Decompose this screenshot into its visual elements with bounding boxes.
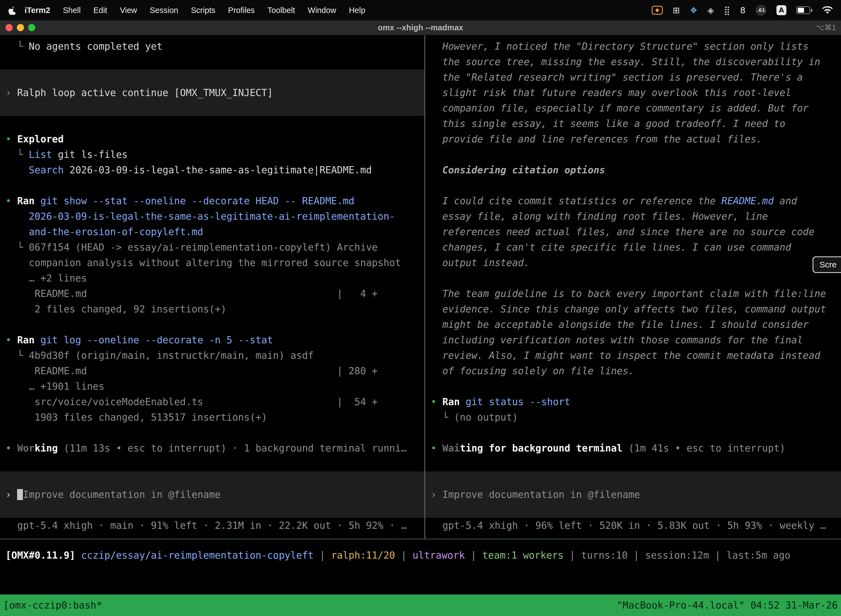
menu-item-iterm2[interactable]: iTerm2 xyxy=(18,6,57,15)
text-segment: › xyxy=(6,489,17,500)
terminal-line: evidence. Since this change only affects… xyxy=(431,301,841,317)
input-source-icon[interactable]: A xyxy=(777,5,786,15)
text-segment: • xyxy=(6,334,17,346)
apple-menu-icon[interactable] xyxy=(8,6,16,15)
text-segment: the "Related research writing" section i… xyxy=(431,72,803,83)
text-segment: git ls-files xyxy=(52,149,128,160)
menu-item-shell[interactable]: Shell xyxy=(57,6,87,15)
waiting-status-line: • Waiting for background terminal (1m 41… xyxy=(431,440,841,456)
text-segment: git log --oneline --decorate -n 5 --stat xyxy=(40,334,273,346)
terminal-line: the "Related research writing" section i… xyxy=(431,70,841,85)
text-segment: Explored xyxy=(17,133,64,145)
text-segment: • xyxy=(6,133,17,145)
blank-line xyxy=(431,270,841,286)
screenshot-hint[interactable]: Scre xyxy=(813,257,841,273)
terminal-line: companion file, especially if more comme… xyxy=(431,100,841,116)
close-button[interactable] xyxy=(6,24,13,31)
dots-grid-icon[interactable]: ⣿ xyxy=(724,5,730,15)
menu-item-window[interactable]: Window xyxy=(301,6,343,15)
battery-icon[interactable] xyxy=(796,6,812,14)
blank-line xyxy=(6,116,424,131)
text-segment: session:12m xyxy=(645,550,709,561)
text-segment: Ralph loop active continue [OMX_TMUX_INJ… xyxy=(17,87,273,98)
text-segment: 067f154 (HEAD -> essay/ai-reimplementati… xyxy=(29,242,378,253)
text-segment: I could cite commit statistics or refere… xyxy=(431,195,722,207)
text-segment: last:5m ago xyxy=(727,550,791,561)
menu-item-profiles[interactable]: Profiles xyxy=(222,6,261,15)
terminal-line: └ 067f154 (HEAD -> essay/ai-reimplementa… xyxy=(6,239,424,255)
hook-app-icon[interactable]: 8 xyxy=(740,5,746,15)
explored-header: • Explored xyxy=(6,131,424,147)
terminal-line: └ (no output) xyxy=(431,409,841,425)
text-segment: git show --stat --oneline --decorate HEA… xyxy=(40,195,354,207)
menu-item-edit[interactable]: Edit xyxy=(87,6,113,15)
blank-line xyxy=(431,178,841,193)
terminal-line: README.md | 4 + xyxy=(6,286,424,301)
text-segment: references need actual files, and since … xyxy=(431,226,815,238)
grid-app-icon[interactable]: ⊞ xyxy=(673,5,680,15)
text-segment: Search xyxy=(29,164,63,176)
terminal-line: 2 files changed, 92 insertions(+) xyxy=(6,301,424,317)
screenshot-hint-label: Scre xyxy=(819,260,837,269)
menu-item-session[interactable]: Session xyxy=(144,6,185,15)
window-title-bar[interactable]: omx --xhigh --madmax ⌥⌘1 xyxy=(0,21,841,35)
traffic-lights xyxy=(0,24,35,31)
blank-line xyxy=(6,317,424,332)
minimize-button[interactable] xyxy=(17,24,24,31)
text-segment xyxy=(75,550,81,561)
meter-badge-icon[interactable]: .61 xyxy=(756,5,766,16)
text-segment: king xyxy=(35,443,58,454)
text-segment: README.md | 4 + xyxy=(6,288,378,299)
text-segment: | xyxy=(465,550,482,561)
left-pane[interactable]: └ No agents completed yet › Ralph loop a… xyxy=(0,35,424,539)
terminal-line: src/voice/voiceModeEnabled.ts | 54 + xyxy=(6,394,424,409)
text-segment: • xyxy=(6,443,17,454)
menu-item-view[interactable]: View xyxy=(113,6,143,15)
text-segment: gpt-5.4 xhigh · main · 91% left · 2.31M … xyxy=(6,520,407,531)
text-segment: └ xyxy=(6,242,29,253)
text-segment: ultrawork xyxy=(413,550,465,561)
terminal-line: The team guideline is to back every impo… xyxy=(431,286,841,301)
blue-app-icon[interactable]: ❖ xyxy=(690,5,697,15)
window-shortcut: ⌥⌘1 xyxy=(816,23,841,32)
text-segment: Improve documentation in @filename xyxy=(23,489,220,500)
menubar-status-icons: ⊞❖◈⣿8.61A xyxy=(652,5,833,16)
dark-app-icon[interactable]: ◈ xyxy=(708,5,714,15)
terminal-line: └ 4b9d30f (origin/main, instructkr/main,… xyxy=(6,348,424,363)
text-segment: ting for background terminal xyxy=(460,443,623,454)
text-segment: | xyxy=(314,550,331,561)
text-segment: gpt-5.4 xhigh · 96% left · 520K in · 5.8… xyxy=(431,520,826,531)
text-segment: 2026-03-09-is-legal-the-same-as-legitima… xyxy=(6,211,395,222)
text-segment: … +1901 lines xyxy=(6,381,104,392)
zoom-button[interactable] xyxy=(28,24,35,31)
terminal-line: I could cite commit statistics or refere… xyxy=(431,193,841,209)
text-segment: List xyxy=(29,149,52,160)
text-segment: README.md | 280 + xyxy=(6,365,378,377)
screen-recording-icon[interactable] xyxy=(652,6,663,15)
blank-line xyxy=(6,54,424,70)
right-pane[interactable]: However, I noticed the "Directory Struct… xyxy=(425,35,841,539)
menu-item-toolbelt[interactable]: Toolbelt xyxy=(261,6,301,15)
menu-item-help[interactable]: Help xyxy=(343,6,372,15)
menu-item-scripts[interactable]: Scripts xyxy=(185,6,222,15)
terminal-line: slight risk that future readers may over… xyxy=(431,85,841,100)
terminal-line: including verification notes with those … xyxy=(431,332,841,348)
terminal-line: and-the-erosion-of-copyleft.md xyxy=(6,224,424,239)
terminal-line: 1903 files changed, 513517 insertions(+) xyxy=(6,409,424,425)
wifi-icon[interactable] xyxy=(822,6,833,14)
prompt-input[interactable]: › Improve documentation in @filename xyxy=(425,471,841,518)
text-segment: git status --short xyxy=(466,396,570,407)
terminal-line: of focusing solely on file lines. xyxy=(431,363,841,378)
ran-git-show-line: • Ran git show --stat --oneline --decora… xyxy=(6,193,424,209)
text-segment: output instead. xyxy=(431,257,529,268)
terminal-line: changes, I can't cite specific file line… xyxy=(431,239,841,255)
terminal-line: Search 2026-03-09-is-legal-the-same-as-l… xyxy=(6,162,424,178)
terminal-line: review. Also, I might want to inspect th… xyxy=(431,348,841,363)
text-segment: The team guideline is to back every impo… xyxy=(431,288,826,299)
text-segment: 2026-03-09-is-legal-the-same-as-legitima… xyxy=(64,164,372,176)
prompt-input[interactable]: › Improve documentation in @filename xyxy=(0,471,424,518)
text-segment: Ran xyxy=(17,195,40,207)
text-segment: (no output) xyxy=(454,412,518,423)
menu-items: iTerm2ShellEditViewSessionScriptsProfile… xyxy=(18,6,372,15)
terminal-line: output instead. xyxy=(431,255,841,270)
